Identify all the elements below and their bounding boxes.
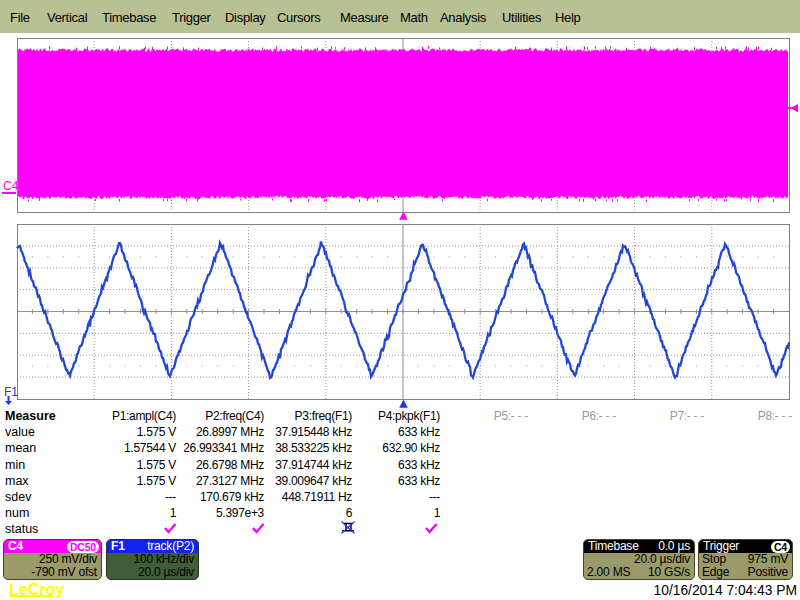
svg-text:C4: C4 — [3, 179, 19, 193]
svg-text:F1: F1 — [4, 385, 18, 399]
